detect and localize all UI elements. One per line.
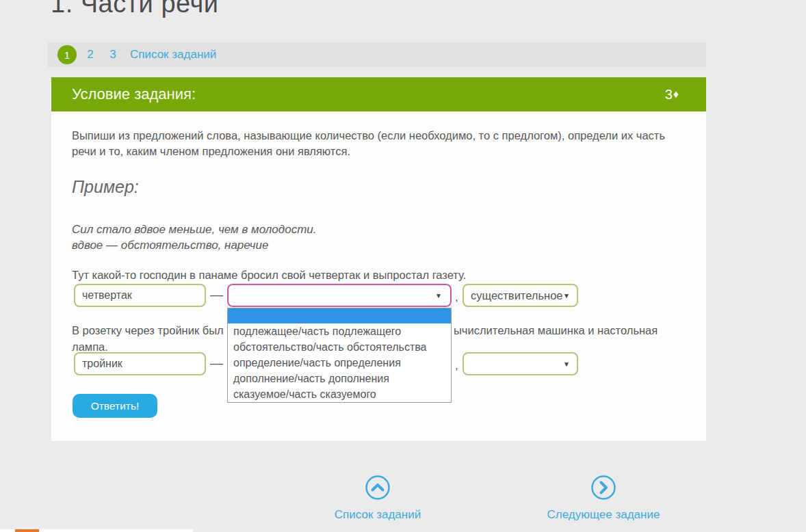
task-instruction: Выпиши из предложений слова, называющие … — [72, 128, 682, 159]
task-header: Условие задания: 3 ♦ — [51, 77, 706, 111]
tab-1-active[interactable]: 1 — [57, 45, 77, 64]
word-input-1[interactable] — [74, 284, 206, 307]
dash-separator: — — [210, 287, 223, 302]
dropdown-option[interactable]: дополнение/часть дополнения — [228, 371, 451, 386]
page: 1. Части речи 1 2 3 Список заданий Услов… — [0, 0, 806, 532]
word-input-2[interactable] — [74, 352, 206, 375]
footer-tasks-list-label: Список заданий — [335, 508, 421, 522]
sentence-1: Тут какой-то господин в панаме бросил св… — [72, 269, 466, 282]
sentence-2-left: В розетку через тройник был — [72, 324, 224, 337]
footer-tasks-list-link[interactable]: Список заданий — [316, 475, 439, 522]
example-line: Сил стало вдвое меньше, чем в молодости. — [72, 223, 317, 237]
task-header-title: Условие задания: — [72, 85, 196, 103]
tab-3[interactable]: 3 — [104, 48, 122, 62]
dropdown-option[interactable]: определение/часть определения — [228, 355, 451, 371]
tasks-list-link[interactable]: Список заданий — [130, 48, 216, 62]
task-tabs: 1 2 3 Список заданий — [48, 42, 706, 67]
task-card: Выпиши из предложений слова, называющие … — [51, 111, 706, 441]
pos-select-2[interactable]: ▼ — [463, 352, 578, 375]
dropdown-option[interactable]: сказуемое/часть сказуемого — [228, 386, 451, 402]
dropdown-option[interactable]: обстоятельство/часть обстоятельства — [228, 339, 451, 355]
dropdown-option[interactable]: подлежащее/часть подлежащего — [228, 323, 451, 339]
task-points: 3 ♦ — [665, 87, 679, 103]
sentence-2-right: ычислительная машинка и настольная — [454, 324, 658, 337]
example-line: вдвое — обстоятельство, наречие — [72, 239, 269, 252]
chevron-down-icon: ▼ — [563, 292, 570, 300]
pos-select-1-value: существительное — [471, 289, 563, 302]
comma-separator: , — [455, 291, 458, 304]
member-select-1-open[interactable]: ▼ — [227, 284, 452, 307]
chevron-down-icon: ▼ — [435, 292, 442, 300]
diamond-icon: ♦ — [673, 88, 679, 101]
example-heading: Пример: — [72, 177, 139, 197]
pos-select-1[interactable]: существительное ▼ — [463, 284, 578, 307]
footer-strip-orange — [15, 529, 39, 532]
circle-up-arrow-icon — [365, 475, 391, 503]
member-select-dropdown: подлежащее/часть подлежащего обстоятельс… — [227, 308, 452, 403]
points-value: 3 — [665, 87, 673, 103]
dash-separator: — — [210, 356, 223, 371]
footer-next-task-link[interactable]: Следующее задание — [542, 475, 665, 522]
circle-right-arrow-icon — [590, 475, 616, 503]
page-title: 1. Части речи — [51, 0, 218, 18]
footer-next-task-label: Следующее задание — [547, 508, 660, 522]
dropdown-option-empty[interactable] — [228, 308, 451, 323]
tab-2[interactable]: 2 — [81, 48, 99, 62]
answer-button[interactable]: Ответить! — [73, 394, 157, 418]
chevron-down-icon: ▼ — [563, 360, 570, 368]
comma-separator: , — [455, 359, 458, 373]
